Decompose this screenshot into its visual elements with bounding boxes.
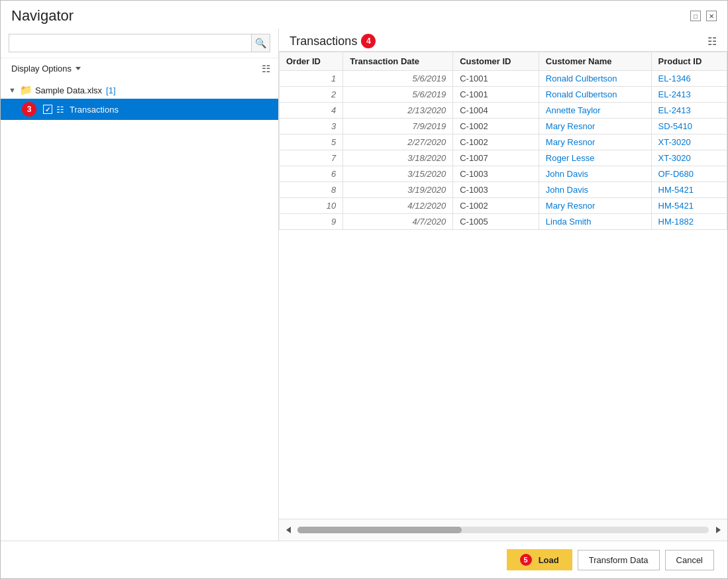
table-row: 37/9/2019C-1002Mary ResnorSD-5410 xyxy=(280,119,727,134)
cell-customer-id: C-1003 xyxy=(453,182,539,198)
cell-order-id: 6 xyxy=(280,166,343,182)
cell-customer-name: Mary Resnor xyxy=(539,119,651,134)
cell-customer-id: C-1001 xyxy=(453,71,539,87)
scroll-right-button[interactable] xyxy=(709,522,727,538)
multiselect-icon[interactable]: ☷ xyxy=(262,63,270,75)
scroll-left-button[interactable] xyxy=(279,522,297,538)
cell-product-id: EL-2413 xyxy=(651,103,727,119)
scrollbar-thumb[interactable] xyxy=(297,527,462,533)
transform-data-button[interactable]: Transform Data xyxy=(578,550,660,570)
footer: 5 Load Transform Data Cancel xyxy=(1,541,727,578)
expand-icon: ▼ xyxy=(9,86,16,94)
cell-customer-name: John Davis xyxy=(539,182,651,198)
preview-table-wrap: Order ID Transaction Date Customer ID Cu… xyxy=(279,52,727,519)
title-bar: Navigator □ ✕ xyxy=(1,1,727,28)
cell-date: 7/9/2019 xyxy=(343,119,453,134)
folder-icon: 📁 xyxy=(20,84,32,96)
col-order-id: Order ID xyxy=(280,52,343,71)
step-badge-3: 3 xyxy=(22,102,36,117)
cell-product-id: XT-3020 xyxy=(651,134,727,150)
table-row: 52/27/2020C-1002Mary ResnorXT-3020 xyxy=(280,134,727,150)
cancel-button[interactable]: Cancel xyxy=(665,550,714,570)
search-button[interactable]: 🔍 xyxy=(252,34,270,52)
cell-date: 3/19/2020 xyxy=(343,182,453,198)
tree-item-transactions[interactable]: 3 ☷ Transactions xyxy=(1,99,278,120)
col-customer-name: Customer Name xyxy=(539,52,651,71)
cell-customer-name: Annette Taylor xyxy=(539,103,651,119)
cell-date: 5/6/2019 xyxy=(343,87,453,103)
col-customer-id: Customer ID xyxy=(453,52,539,71)
folder-name: Sample Data.xlsx xyxy=(35,85,102,95)
display-options-label: Display Options xyxy=(11,64,72,74)
folder-count: [1] xyxy=(106,85,115,95)
tree-folder[interactable]: ▼ 📁 Sample Data.xlsx [1] xyxy=(1,81,278,99)
cell-customer-name: Ronald Culbertson xyxy=(539,71,651,87)
cell-customer-id: C-1004 xyxy=(453,103,539,119)
step-badge-4: 4 xyxy=(361,34,376,48)
cell-date: 5/6/2019 xyxy=(343,71,453,87)
table-row: 104/12/2020C-1002Mary ResnorHM-5421 xyxy=(280,198,727,214)
window-controls: □ ✕ xyxy=(690,11,717,21)
cell-product-id: OF-D680 xyxy=(651,166,727,182)
minimize-button[interactable]: □ xyxy=(690,11,701,21)
search-input[interactable] xyxy=(9,34,252,52)
table-row: 73/18/2020C-1007Roger LesseXT-3020 xyxy=(280,150,727,166)
cell-order-id: 7 xyxy=(280,150,343,166)
cell-customer-name: Roger Lesse xyxy=(539,150,651,166)
close-button[interactable]: ✕ xyxy=(706,11,717,21)
cell-date: 3/18/2020 xyxy=(343,150,453,166)
cell-product-id: XT-3020 xyxy=(651,150,727,166)
left-panel: 🔍 Display Options ☷ ▼ 📁 Sample Data.xlsx… xyxy=(1,28,279,541)
preview-header: Transactions 4 ☷ xyxy=(279,28,727,52)
load-button[interactable]: 5 Load xyxy=(507,549,572,570)
cell-order-id: 1 xyxy=(280,71,343,87)
cell-product-id: HM-5421 xyxy=(651,198,727,214)
table-header: Order ID Transaction Date Customer ID Cu… xyxy=(280,52,727,71)
right-panel: Transactions 4 ☷ Order ID Transaction Da… xyxy=(279,28,727,541)
cell-customer-id: C-1007 xyxy=(453,150,539,166)
cell-date: 4/12/2020 xyxy=(343,198,453,214)
tree-area: ▼ 📁 Sample Data.xlsx [1] 3 ☷ Transaction… xyxy=(1,79,278,541)
table-body: 15/6/2019C-1001Ronald CulbertsonEL-13462… xyxy=(280,71,727,230)
cell-date: 3/15/2020 xyxy=(343,166,453,182)
cell-customer-id: C-1002 xyxy=(453,119,539,134)
cell-product-id: HM-1882 xyxy=(651,214,727,230)
cell-customer-id: C-1002 xyxy=(453,134,539,150)
col-product-id: Product ID xyxy=(651,52,727,71)
table-row: 15/6/2019C-1001Ronald CulbertsonEL-1346 xyxy=(280,71,727,87)
cell-order-id: 10 xyxy=(280,198,343,214)
cell-customer-id: C-1005 xyxy=(453,214,539,230)
preview-title-row: Transactions 4 xyxy=(289,34,378,48)
table-row: 42/13/2020C-1004Annette TaylorEL-2413 xyxy=(280,103,727,119)
arrow-right-icon xyxy=(716,527,721,533)
cell-order-id: 8 xyxy=(280,182,343,198)
cell-customer-name: John Davis xyxy=(539,166,651,182)
preview-table: Order ID Transaction Date Customer ID Cu… xyxy=(279,52,727,230)
cell-order-id: 3 xyxy=(280,119,343,134)
arrow-left-icon xyxy=(286,527,291,533)
load-label: Load xyxy=(539,555,559,565)
cell-customer-name: Linda Smith xyxy=(539,214,651,230)
window-title: Navigator xyxy=(11,7,74,25)
tree-item-checkbox[interactable] xyxy=(43,105,52,114)
scrollbar-track[interactable] xyxy=(297,527,709,533)
preview-options-button[interactable]: ☷ xyxy=(707,35,717,48)
cell-date: 4/7/2020 xyxy=(343,214,453,230)
table-row: 25/6/2019C-1001Ronald CulbertsonEL-2413 xyxy=(280,87,727,103)
cell-order-id: 5 xyxy=(280,134,343,150)
table-row: 63/15/2020C-1003John DavisOF-D680 xyxy=(280,166,727,182)
cell-order-id: 9 xyxy=(280,214,343,230)
cell-customer-name: Mary Resnor xyxy=(539,198,651,214)
chevron-down-icon xyxy=(76,67,81,70)
cell-product-id: EL-1346 xyxy=(651,71,727,87)
step-badge-5: 5 xyxy=(520,554,532,566)
cell-product-id: EL-2413 xyxy=(651,87,727,103)
display-options-button[interactable]: Display Options xyxy=(9,62,83,75)
search-bar: 🔍 xyxy=(1,28,278,58)
cell-customer-name: Ronald Culbertson xyxy=(539,87,651,103)
cell-customer-name: Mary Resnor xyxy=(539,134,651,150)
preview-title: Transactions xyxy=(289,34,357,48)
cell-date: 2/27/2020 xyxy=(343,134,453,150)
cell-product-id: SD-5410 xyxy=(651,119,727,134)
cell-customer-id: C-1002 xyxy=(453,198,539,214)
